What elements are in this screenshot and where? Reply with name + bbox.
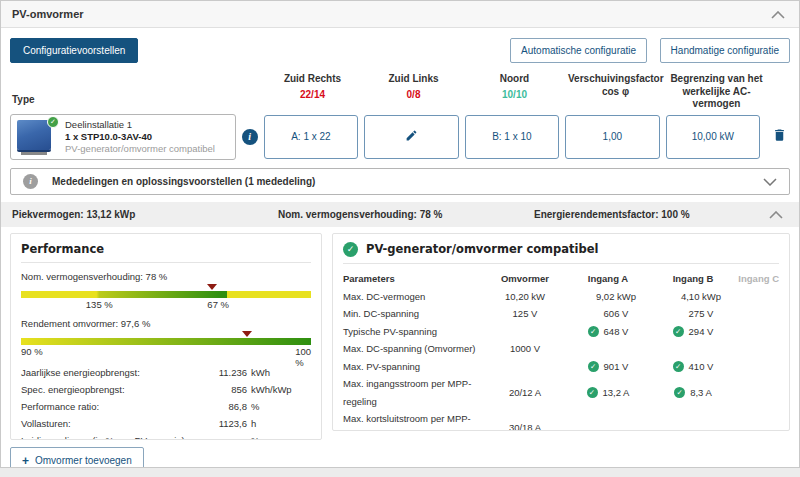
stat-row: Leidingverliezen (in % van PV-energie): …: [21, 432, 311, 440]
check-icon: ✓: [588, 361, 599, 372]
inverter-row: ✓ Deelinstallatie 1 1 x STP10.0-3AV-40 P…: [10, 114, 790, 160]
nominal-ratio-summary: Nom. vermogensverhouding: 78 %: [278, 209, 534, 220]
string-count-badge: 22/14: [265, 89, 360, 100]
column-header-zuid-rechts: Zuid Rechts 22/14: [265, 73, 360, 100]
pencil-icon: [405, 129, 418, 144]
check-icon: ✓: [588, 326, 599, 337]
column-header-noord: Noord 10/10: [467, 73, 562, 100]
chevron-up-icon: [769, 207, 783, 222]
table-row: Max. ingangsstroom per MPP-regeling 20/1…: [343, 375, 779, 410]
footer-row: + Omvormer toevoegen: [10, 447, 790, 469]
manual-config-button[interactable]: Handmatige configuratie: [660, 38, 790, 63]
ac-limit-value-box[interactable]: 10,00 kW: [666, 115, 760, 159]
compatibility-card: ✓ PV-generator/omvormer compatibel Param…: [332, 233, 790, 431]
performance-title: Performance: [21, 242, 311, 263]
subinstallation-label: Deelinstallatie 1: [65, 119, 215, 130]
gauge-marker-icon: [242, 331, 252, 337]
gauge-tick: 135 %: [86, 299, 113, 310]
chevron-up-icon: [771, 7, 785, 22]
table-row: Max. DC-spanning (Omvormer) 1000 V ✓ ✓: [343, 340, 779, 358]
inverter-type-card[interactable]: ✓ Deelinstallatie 1 1 x STP10.0-3AV-40 P…: [10, 114, 236, 160]
check-icon: ✓: [343, 242, 358, 257]
panel-header: PV-omvormer: [1, 1, 799, 28]
performance-card: Performance Nom. vermogensverhouding: 78…: [10, 233, 322, 440]
stat-row: Performance ratio: 86,8 %: [21, 398, 311, 415]
stat-row: Jaarlijkse energieopbrengst: 11.236 kWh: [21, 364, 311, 381]
chevron-down-icon[interactable]: [763, 172, 777, 190]
performance-stats: Jaarlijkse energieopbrengst: 11.236 kWh …: [21, 364, 311, 440]
stat-row: Spec. energieopbrengst: 856 kWh/kWp: [21, 381, 311, 398]
page: PV-omvormer Configuratievoorstellen Auto…: [0, 0, 800, 477]
gauge-tick: 100 %: [295, 346, 311, 368]
summary-collapse-button[interactable]: [769, 207, 783, 222]
string-count-badge: 0/8: [366, 89, 461, 100]
nominal-ratio-gauge: Nom. vermogensverhouding: 78 % 135 % 67 …: [21, 271, 311, 310]
add-inverter-button[interactable]: + Omvormer toevoegen: [10, 447, 144, 469]
table-row: Max. DC-vermogen 10,20 kW ✓9,02 kWp ✓4,1…: [343, 288, 779, 306]
table-row: Typische PV-spanning ✓648 V ✓294 V: [343, 323, 779, 341]
messages-accordion[interactable]: i Mededelingen en oplossingsvoorstellen …: [10, 168, 790, 195]
inverter-image: ✓: [15, 117, 59, 157]
parameters-table: Parameters Omvormer Ingang A Ingang B In…: [343, 270, 779, 431]
gauge-tick: 90 %: [21, 346, 43, 357]
input-a-config-box[interactable]: A: 1 x 22: [264, 115, 358, 159]
check-icon: ✓: [673, 361, 684, 372]
peak-power-summary: Piekvermogen: 13,12 kWp: [12, 209, 278, 220]
edit-strings-box[interactable]: [364, 115, 458, 159]
messages-label: Mededelingen en oplossingsvoorstellen (1…: [52, 176, 763, 187]
column-header-zuid-links: Zuid Links 0/8: [366, 73, 461, 100]
auto-config-button[interactable]: Automatische configuratie: [510, 38, 647, 63]
inverter-model: 1 x STP10.0-3AV-40: [65, 131, 215, 142]
input-b-config-box[interactable]: B: 1 x 10: [465, 115, 559, 159]
toolbar: Configuratievoorstellen Automatische con…: [10, 38, 790, 63]
panel-content: Configuratievoorstellen Automatische con…: [1, 28, 799, 468]
gauge-tick: 67 %: [207, 299, 229, 310]
column-header-ac-limit: Begrenzing van het werkelijke AC-vermoge…: [669, 73, 764, 111]
gauge-marker-icon: [207, 284, 217, 290]
panel-collapse-button[interactable]: [771, 7, 785, 22]
column-header-row: Type Zuid Rechts 22/14 Zuid Links 0/8 No…: [10, 73, 790, 111]
column-header-cos-phi: Verschuivingsfactor cos φ: [568, 73, 663, 98]
check-badge-icon: ✓: [47, 116, 59, 128]
info-icon: i: [23, 174, 38, 189]
summary-bar: Piekvermogen: 13,12 kWp Nom. vermogensve…: [1, 202, 799, 227]
delete-inverter-button[interactable]: [772, 127, 787, 146]
inverter-efficiency-gauge: Rendement omvormer: 97,6 % 90 % 100 %: [21, 318, 311, 357]
check-icon: ✓: [587, 387, 598, 398]
pv-inverter-panel: PV-omvormer Configuratievoorstellen Auto…: [0, 0, 800, 468]
check-icon: ✓: [674, 387, 685, 398]
type-column-header: Type: [10, 73, 237, 106]
config-proposals-button[interactable]: Configuratievoorstellen: [10, 38, 138, 63]
table-header-row: Parameters Omvormer Ingang A Ingang B In…: [343, 270, 779, 288]
toolbar-right: Automatische configuratie Handmatige con…: [502, 38, 790, 63]
compatibility-title-row: ✓ PV-generator/omvormer compatibel: [343, 242, 779, 264]
compat-note: PV-generator/omvormer compatibel: [65, 143, 215, 154]
trash-icon: [772, 127, 787, 146]
details-section: Performance Nom. vermogensverhouding: 78…: [10, 233, 790, 440]
plus-icon: +: [22, 454, 29, 468]
stat-row: Vollasturen: 1123,6 h: [21, 415, 311, 432]
check-icon: ✓: [673, 326, 684, 337]
energy-factor-summary: Energierendementsfactor: 100 %: [534, 209, 769, 220]
string-count-badge: 10/10: [467, 89, 562, 100]
compatibility-title: PV-generator/omvormer compatibel: [366, 242, 599, 256]
table-row: Min. DC-spanning 125 V ✓606 V ✓275 V: [343, 305, 779, 323]
cos-phi-value-box[interactable]: 1,00: [565, 115, 659, 159]
table-row: Max. PV-spanning ✓901 V ✓410 V: [343, 358, 779, 376]
table-row: Max. kortsluitstroom per MPP-regeling 30…: [343, 410, 779, 431]
info-icon[interactable]: i: [242, 129, 258, 145]
panel-title: PV-omvormer: [12, 8, 84, 20]
